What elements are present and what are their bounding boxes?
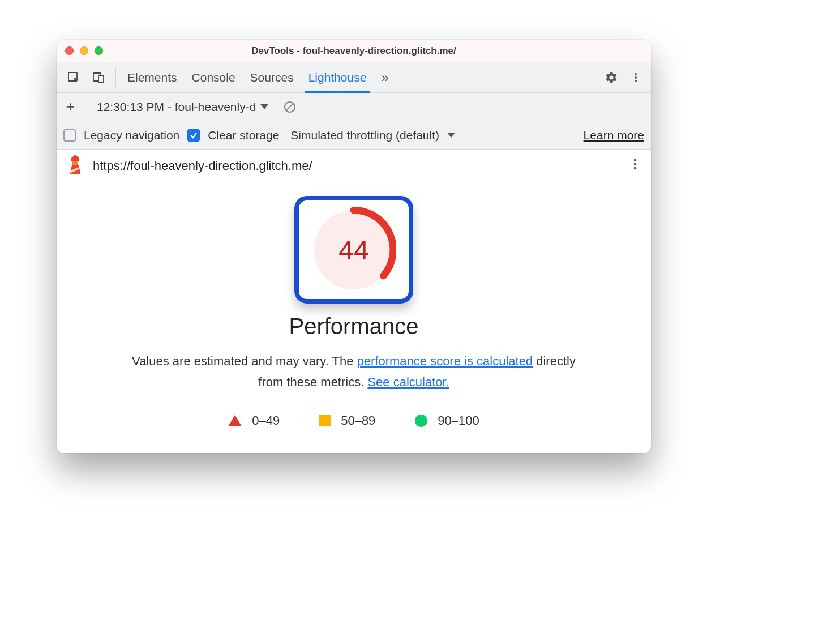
circle-icon <box>415 415 427 427</box>
tab-label: Console <box>192 71 235 84</box>
lighthouse-icon <box>67 155 84 177</box>
traffic-lights <box>57 46 103 55</box>
svg-point-4 <box>635 76 637 79</box>
score-calc-link[interactable]: performance score is calculated <box>357 354 533 368</box>
legend-low: 0–49 <box>228 413 280 428</box>
svg-point-3 <box>635 73 637 75</box>
tab-label: Lighthouse <box>308 71 367 84</box>
tab-console[interactable]: Console <box>192 62 235 92</box>
desc-text: Values are estimated and may vary. The <box>132 354 357 368</box>
clear-storage-checkbox[interactable] <box>187 129 200 142</box>
chevron-down-icon <box>447 133 455 138</box>
legend-label: 0–49 <box>252 413 280 428</box>
svg-rect-9 <box>72 161 78 165</box>
legacy-nav-label: Legacy navigation <box>84 129 179 142</box>
legend-label: 90–100 <box>438 413 479 428</box>
titlebar: DevTools - foul-heavenly-direction.glitc… <box>57 40 651 62</box>
report-url-row: https://foul-heavenly-direction.glitch.m… <box>57 150 651 182</box>
legend-high: 90–100 <box>415 413 479 428</box>
clear-icon[interactable] <box>280 100 300 114</box>
svg-marker-8 <box>71 155 79 161</box>
throttling-label: Simulated throttling (default) <box>290 129 439 142</box>
inspect-element-icon[interactable] <box>62 62 85 92</box>
report-select-label: 12:30:13 PM - foul-heavenly-d <box>97 100 256 114</box>
score-gauge-highlight: 44 <box>294 196 413 304</box>
tab-label: Elements <box>127 71 177 84</box>
lighthouse-options: Legacy navigation Clear storage Simulate… <box>57 121 651 150</box>
tabs: Elements Console Sources Lighthouse » <box>122 62 587 92</box>
report-body: 44 Performance Values are estimated and … <box>57 182 651 453</box>
report-url: https://foul-heavenly-direction.glitch.m… <box>93 159 312 173</box>
tab-label: Sources <box>250 71 294 84</box>
window-title: DevTools - foul-heavenly-direction.glitc… <box>57 45 651 57</box>
report-select[interactable]: 12:30:13 PM - foul-heavenly-d <box>93 98 272 116</box>
svg-point-12 <box>634 159 637 161</box>
legend-mid: 50–89 <box>319 413 375 428</box>
category-title: Performance <box>289 314 419 339</box>
score-legend: 0–49 50–89 90–100 <box>228 413 479 428</box>
svg-line-7 <box>286 104 293 110</box>
tab-sources[interactable]: Sources <box>250 62 294 92</box>
tabs-toolbar: Elements Console Sources Lighthouse » <box>57 62 651 93</box>
tab-elements[interactable]: Elements <box>127 62 177 92</box>
report-description: Values are estimated and may vary. The p… <box>122 351 586 393</box>
performance-score: 44 <box>311 207 396 292</box>
report-kebab-icon[interactable] <box>629 158 641 174</box>
chevron-down-icon <box>260 104 268 109</box>
more-tabs-icon[interactable]: » <box>381 62 388 92</box>
throttling-select[interactable]: Simulated throttling (default) <box>287 126 458 144</box>
devtools-window: DevTools - foul-heavenly-direction.glitc… <box>57 40 651 453</box>
svg-rect-2 <box>98 75 104 83</box>
clear-storage-label: Clear storage <box>208 129 279 142</box>
svg-point-13 <box>634 163 637 165</box>
svg-point-5 <box>635 80 637 82</box>
device-toggle-icon[interactable] <box>87 62 110 92</box>
zoom-icon[interactable] <box>95 46 103 55</box>
learn-more-link[interactable]: Learn more <box>584 129 644 142</box>
square-icon <box>319 415 331 426</box>
new-report-icon[interactable]: + <box>63 98 77 116</box>
svg-point-14 <box>634 167 637 169</box>
lighthouse-subbar: + 12:30:13 PM - foul-heavenly-d <box>57 93 651 121</box>
tab-lighthouse[interactable]: Lighthouse <box>308 62 367 92</box>
minimize-icon[interactable] <box>80 46 88 55</box>
legacy-nav-checkbox[interactable] <box>63 129 76 142</box>
kebab-icon[interactable] <box>626 72 645 83</box>
performance-gauge[interactable]: 44 <box>311 207 396 292</box>
divider <box>115 68 116 87</box>
calculator-link[interactable]: See calculator. <box>367 375 449 389</box>
close-icon[interactable] <box>65 46 74 55</box>
gear-icon[interactable] <box>599 71 624 84</box>
triangle-icon <box>228 415 242 426</box>
legend-label: 50–89 <box>341 413 375 428</box>
